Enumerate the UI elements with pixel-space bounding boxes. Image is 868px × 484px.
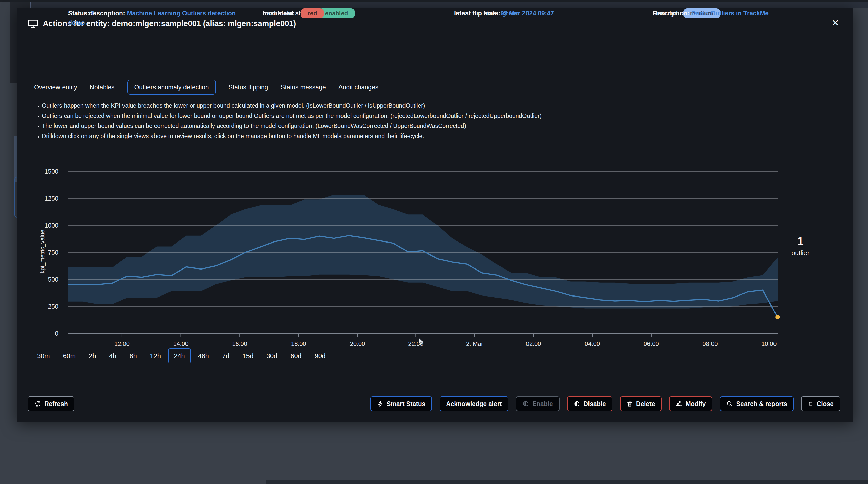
tab-audit-changes[interactable]: Audit changes <box>339 80 378 94</box>
outlier-count: 1 <box>781 235 819 248</box>
time-range-60d[interactable]: 60d <box>285 348 307 363</box>
description-label: Description: <box>653 9 689 17</box>
help-bullet: The lower and upper bound values can be … <box>42 121 833 131</box>
tab-overview-entity[interactable]: Overview entity <box>34 80 77 94</box>
outliers-chart[interactable]: 025050075010001250150012:0014:0016:0018:… <box>32 165 788 359</box>
help-bullet: Outliers happen when the KPI value breac… <box>42 101 833 111</box>
x-tick-label: 18:00 <box>291 340 306 347</box>
tab-outliers-anomaly-detection[interactable]: Outliers anomaly detection <box>127 80 216 95</box>
x-tick-label: 12:00 <box>115 340 129 347</box>
outliers-help-list: Outliers happen when the KPI value breac… <box>42 101 833 141</box>
y-tick-label: 750 <box>48 249 59 256</box>
square-icon <box>808 401 813 406</box>
toggle-icon <box>523 400 529 407</box>
background-page-header <box>30 2 868 8</box>
mouse-cursor-icon <box>418 338 425 346</box>
modify-button[interactable]: Modify <box>669 396 713 411</box>
time-range-7d[interactable]: 7d <box>216 348 235 363</box>
action-button-bar: Refresh Smart Status Acknowledge alert E… <box>28 396 840 411</box>
sliders-icon <box>676 400 682 407</box>
x-tick-label: 10:00 <box>762 340 776 347</box>
latest-flip-state-field: latest flip state: green <box>454 8 646 18</box>
time-range-selector: 30m60m2h4h8h12h24h48h7d15d30d60d90d <box>31 348 333 363</box>
outlier-point[interactable] <box>775 315 780 319</box>
description-link[interactable]: Demo Outliers in TrackMe <box>691 9 769 17</box>
y-tick-label: 250 <box>48 303 59 310</box>
time-range-2h[interactable]: 2h <box>83 348 102 363</box>
time-range-48h[interactable]: 48h <box>192 348 215 363</box>
refresh-icon <box>34 400 41 407</box>
delete-button[interactable]: Delete <box>620 396 661 411</box>
time-range-30m[interactable]: 30m <box>31 348 56 363</box>
tab-status-flipping[interactable]: Status flipping <box>228 80 268 94</box>
y-tick-label: 1250 <box>44 195 59 202</box>
x-tick-label: 06:00 <box>644 340 659 347</box>
host-state-badge[interactable]: red <box>301 8 323 19</box>
disable-button[interactable]: Disable <box>567 396 613 411</box>
trash-icon <box>626 401 633 407</box>
outlier-count-label: outlier <box>781 248 819 258</box>
x-tick-label: 04:00 <box>585 340 600 347</box>
outlier-bounds-band <box>68 195 777 309</box>
tab-notables[interactable]: Notables <box>90 80 115 94</box>
help-bullet: Drilldown click on any of the single vie… <box>42 131 833 141</box>
x-tick-label: 08:00 <box>703 340 718 347</box>
status-description-field: Status description: Machine Learning Out… <box>68 8 247 28</box>
time-range-30d[interactable]: 30d <box>260 348 283 363</box>
x-tick-label: 14:00 <box>174 340 188 347</box>
x-tick-label: 16:00 <box>232 340 247 347</box>
monitor-icon <box>28 19 38 29</box>
background-top-strip <box>0 0 868 2</box>
latest-flip-state-label: latest flip state: <box>454 9 500 17</box>
toggle-icon <box>574 400 580 407</box>
y-tick-label: 500 <box>48 276 59 283</box>
time-range-24h[interactable]: 24h <box>168 348 190 363</box>
time-range-8h[interactable]: 8h <box>124 348 143 363</box>
close-icon[interactable]: × <box>832 17 839 29</box>
x-tick-label: 02:00 <box>526 340 541 347</box>
time-range-60m[interactable]: 60m <box>57 348 82 363</box>
y-tick-label: 1000 <box>44 222 59 229</box>
close-button[interactable]: Close <box>801 396 840 411</box>
x-tick-label: 2. Mar <box>466 340 483 347</box>
description-field: Description: Demo Outliers in TrackMe <box>653 8 844 18</box>
status-description-label: Status description: <box>68 9 125 17</box>
refresh-button[interactable]: Refresh <box>28 396 74 411</box>
search-reports-button[interactable]: Search & reports <box>720 396 794 411</box>
host-state-field: host state: red <box>262 8 439 19</box>
time-range-12h[interactable]: 12h <box>144 348 166 363</box>
outlier-summary: 1 outlier <box>781 235 819 258</box>
acknowledge-alert-button[interactable]: Acknowledge alert <box>439 396 508 411</box>
entity-actions-modal: Actions for entity: demo:mlgen:sample001… <box>17 8 854 422</box>
time-range-4h[interactable]: 4h <box>103 348 122 363</box>
enable-button[interactable]: Enable <box>516 396 559 411</box>
lightning-icon <box>377 401 383 407</box>
y-tick-label: 0 <box>55 330 59 337</box>
host-state-label: host state: <box>262 9 294 17</box>
background-bottom-bar <box>266 480 868 484</box>
help-bullet: Outliers can be rejected when the minima… <box>42 111 833 121</box>
x-tick-label: 20:00 <box>350 340 365 347</box>
time-range-90d[interactable]: 90d <box>309 348 331 363</box>
time-range-15d[interactable]: 15d <box>237 348 259 363</box>
tab-status-message[interactable]: Status message <box>281 80 326 94</box>
tab-bar: Overview entity Notables Outliers anomal… <box>34 80 391 95</box>
latest-flip-state-value: green <box>502 9 519 17</box>
y-tick-label: 1500 <box>44 168 59 175</box>
search-icon <box>726 400 733 407</box>
smart-status-button[interactable]: Smart Status <box>371 396 432 411</box>
